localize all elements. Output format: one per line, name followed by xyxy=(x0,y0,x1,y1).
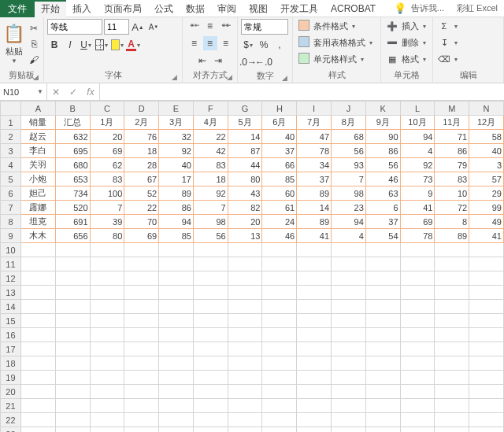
cell[interactable] xyxy=(159,314,194,328)
cell[interactable] xyxy=(124,399,159,413)
cell[interactable]: 6月 xyxy=(262,116,297,130)
cell[interactable]: 8月 xyxy=(332,116,366,130)
row-header[interactable]: 10 xyxy=(1,243,21,257)
cell[interactable]: 10 xyxy=(435,186,469,201)
cut-button[interactable]: ✂ xyxy=(27,21,41,35)
cell[interactable] xyxy=(20,314,55,328)
cell[interactable] xyxy=(400,243,435,257)
format-cells-button[interactable]: ▦格式▾ xyxy=(384,52,428,66)
cell[interactable]: 39 xyxy=(90,215,124,229)
cell[interactable] xyxy=(365,385,400,399)
cell[interactable]: 40 xyxy=(262,130,297,144)
cell[interactable] xyxy=(332,371,366,385)
cell[interactable] xyxy=(332,314,366,328)
conditional-formatting-button[interactable]: 条件格式▾ xyxy=(296,19,357,33)
cell[interactable] xyxy=(262,356,297,371)
cell[interactable] xyxy=(159,385,194,399)
column-header[interactable]: G xyxy=(228,102,262,116)
cell[interactable] xyxy=(365,413,400,427)
row-header[interactable]: 7 xyxy=(1,201,21,215)
cell[interactable]: 17 xyxy=(159,172,194,186)
cell[interactable] xyxy=(435,342,469,356)
cell[interactable]: 83 xyxy=(193,158,228,172)
cell[interactable] xyxy=(124,300,159,314)
cell[interactable] xyxy=(400,314,435,328)
cell[interactable]: 47 xyxy=(297,130,332,144)
cell[interactable]: 680 xyxy=(55,158,90,172)
cell[interactable] xyxy=(262,371,297,385)
cell[interactable] xyxy=(469,314,504,328)
cell[interactable] xyxy=(159,399,194,413)
cell[interactable]: 56 xyxy=(193,229,228,243)
cell[interactable] xyxy=(400,371,435,385)
cell[interactable] xyxy=(20,243,55,257)
cell[interactable] xyxy=(20,328,55,342)
cell[interactable] xyxy=(124,427,159,433)
cell[interactable]: 100 xyxy=(90,186,124,201)
cell[interactable] xyxy=(55,243,90,257)
cell[interactable] xyxy=(90,243,124,257)
cell[interactable] xyxy=(228,342,262,356)
cell[interactable]: 18 xyxy=(124,144,159,158)
cell[interactable] xyxy=(20,385,55,399)
cell[interactable] xyxy=(228,371,262,385)
cell[interactable]: 73 xyxy=(400,172,435,186)
cell[interactable] xyxy=(20,399,55,413)
cell[interactable] xyxy=(469,257,504,271)
cell[interactable]: 46 xyxy=(365,172,400,186)
fill-button[interactable]: ↧▾ xyxy=(436,35,459,50)
cell[interactable]: 86 xyxy=(159,201,194,215)
cell[interactable] xyxy=(435,243,469,257)
cell[interactable] xyxy=(435,427,469,433)
cell[interactable] xyxy=(262,243,297,257)
tell-me[interactable]: 告诉我... xyxy=(411,2,444,14)
cell[interactable] xyxy=(400,385,435,399)
cell[interactable] xyxy=(193,427,228,433)
cell[interactable]: 28 xyxy=(124,158,159,172)
cell[interactable]: 40 xyxy=(159,158,194,172)
cell[interactable] xyxy=(20,356,55,371)
cell[interactable] xyxy=(228,257,262,271)
cell[interactable] xyxy=(262,271,297,286)
cell[interactable]: 54 xyxy=(365,229,400,243)
cell[interactable] xyxy=(193,314,228,328)
font-size-select[interactable] xyxy=(104,19,129,35)
row-header[interactable]: 3 xyxy=(1,144,21,158)
cell[interactable] xyxy=(435,257,469,271)
format-as-table-button[interactable]: 套用表格格式▾ xyxy=(296,35,374,50)
ribbon-tab[interactable]: 开始 xyxy=(35,0,66,17)
row-header[interactable]: 23 xyxy=(1,427,21,433)
cell[interactable]: 41 xyxy=(297,229,332,243)
cell[interactable] xyxy=(124,243,159,257)
cell[interactable] xyxy=(20,300,55,314)
column-header[interactable]: A xyxy=(20,102,55,116)
accounting-button[interactable]: $▾ xyxy=(241,38,255,52)
cell[interactable] xyxy=(262,257,297,271)
row-header[interactable]: 4 xyxy=(1,158,21,172)
cell[interactable]: 42 xyxy=(193,144,228,158)
cell[interactable]: 83 xyxy=(90,172,124,186)
cell[interactable] xyxy=(262,399,297,413)
row-header[interactable]: 19 xyxy=(1,371,21,385)
cell[interactable]: 2月 xyxy=(124,116,159,130)
cell[interactable] xyxy=(55,286,90,300)
cell[interactable] xyxy=(55,271,90,286)
cell[interactable] xyxy=(297,371,332,385)
cell[interactable]: 29 xyxy=(469,186,504,201)
cell[interactable]: 14 xyxy=(228,130,262,144)
ribbon-tab[interactable]: 审阅 xyxy=(211,0,243,17)
cell[interactable] xyxy=(435,300,469,314)
row-header[interactable]: 22 xyxy=(1,413,21,427)
cell[interactable]: 72 xyxy=(435,201,469,215)
cell[interactable] xyxy=(55,356,90,371)
cell[interactable] xyxy=(228,328,262,342)
ribbon-tab[interactable]: ACROBAT xyxy=(324,0,382,17)
border-button[interactable]: ▾ xyxy=(94,38,109,52)
cell[interactable] xyxy=(365,257,400,271)
cell[interactable]: 99 xyxy=(469,201,504,215)
cell[interactable] xyxy=(297,427,332,433)
cell[interactable]: 93 xyxy=(332,158,366,172)
cell[interactable]: 80 xyxy=(90,229,124,243)
select-all-corner[interactable] xyxy=(1,102,21,116)
cell[interactable] xyxy=(262,427,297,433)
